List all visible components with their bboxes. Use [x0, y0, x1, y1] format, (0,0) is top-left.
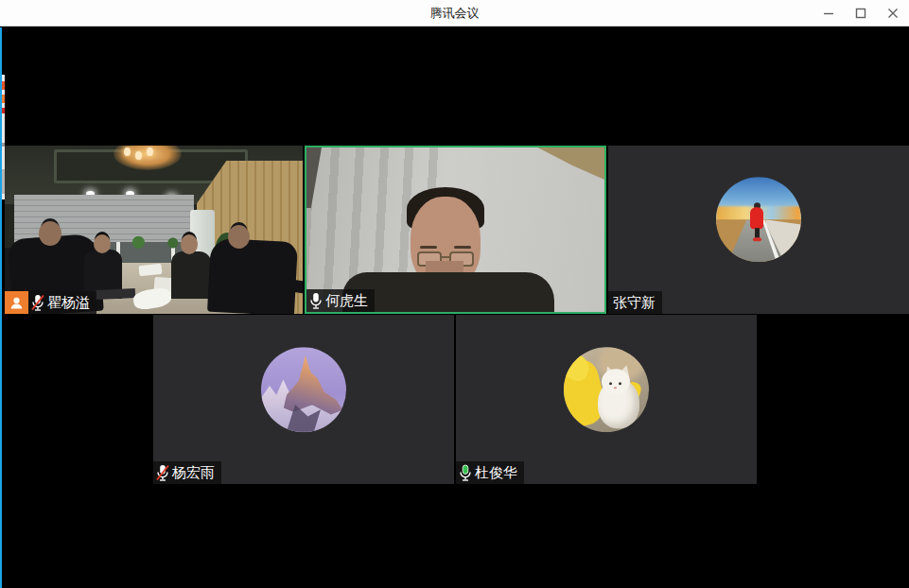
microphone-on-icon	[309, 292, 323, 310]
video-tile-yanghongyu[interactable]: 杨宏雨	[153, 315, 454, 484]
minimize-icon	[823, 8, 834, 19]
video-tile-hehusheng[interactable]: 何虎生	[305, 146, 606, 314]
nameplate: 杨宏雨	[153, 461, 221, 484]
nameplate: 杜俊华	[456, 461, 524, 484]
window-controls	[813, 0, 909, 26]
nameplate: 张守新	[608, 291, 662, 314]
maximize-button[interactable]	[845, 0, 877, 26]
conference-room-video	[5, 146, 303, 314]
nameplate: 何虎生	[306, 289, 375, 312]
video-tile-quyangyi[interactable]: 瞿杨溢	[5, 146, 303, 314]
avatar-snowy-mountain	[261, 347, 346, 432]
meeting-window: 腾讯会议	[0, 0, 909, 588]
video-tile-zhangshouxin[interactable]: 张守新	[608, 146, 909, 314]
microphone-muted-icon	[31, 294, 44, 312]
window-title: 腾讯会议	[0, 0, 909, 26]
person-silhouette	[207, 238, 298, 314]
avatar-cat-in-banana	[564, 347, 649, 432]
maximize-icon	[855, 8, 866, 19]
sliver-fragment	[2, 95, 5, 103]
titlebar[interactable]: 腾讯会议	[0, 0, 909, 26]
participant-name: 杜俊华	[475, 461, 517, 484]
close-icon	[887, 8, 899, 19]
sliver-fragment	[2, 108, 5, 113]
microphone-muted-icon	[156, 464, 169, 482]
video-grid-stage: 瞿杨溢	[0, 27, 909, 588]
person-silhouette	[171, 251, 211, 299]
host-person-badge	[5, 291, 28, 314]
microphone-active-green-icon	[459, 464, 472, 482]
participant-name: 瞿杨溢	[47, 291, 90, 314]
participant-name: 张守新	[613, 291, 656, 314]
close-button[interactable]	[877, 0, 909, 26]
nameplate: 瞿杨溢	[28, 291, 96, 314]
sliver-fragment	[2, 81, 5, 90]
participant-name: 何虎生	[325, 289, 368, 312]
minimize-button[interactable]	[813, 0, 845, 26]
webcam-video	[306, 147, 604, 312]
avatar-person-in-red-coat	[716, 177, 801, 262]
video-tile-dujunhua[interactable]: 杜俊华	[456, 315, 757, 484]
person-icon	[9, 296, 24, 310]
participant-name: 杨宏雨	[172, 461, 215, 484]
